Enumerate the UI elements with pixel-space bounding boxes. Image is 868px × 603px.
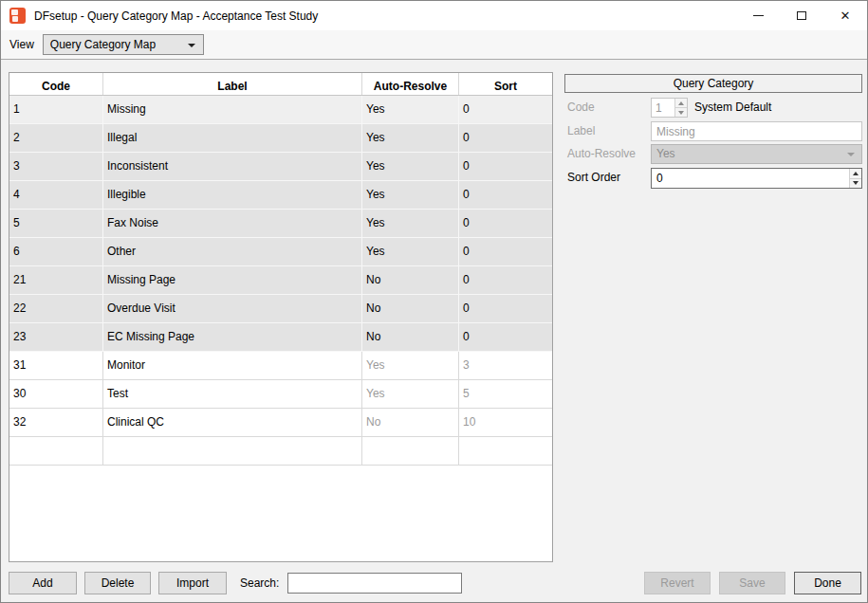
cell-sort: 0 <box>459 210 552 238</box>
table-row[interactable]: 4IllegibleYes0 <box>9 181 552 210</box>
sort-order-input[interactable] <box>652 169 849 188</box>
table-row[interactable]: 5Fax NoiseYes0 <box>9 210 552 238</box>
spin-down-icon <box>853 181 859 185</box>
table-row[interactable]: 1MissingYes0 <box>9 96 552 124</box>
cell-code: 1 <box>9 96 103 124</box>
column-header-label[interactable]: Label <box>103 73 362 95</box>
table-header: Code Label Auto-Resolve ^ Sort <box>9 73 552 96</box>
view-dropdown-value: Query Category Map <box>50 38 156 51</box>
query-category-table: Code Label Auto-Resolve ^ Sort 1MissingY… <box>9 72 553 562</box>
cell-label: Missing <box>103 96 362 124</box>
close-button[interactable]: ✕ <box>823 1 867 30</box>
cell-sort: 3 <box>459 352 552 380</box>
cell-code: 4 <box>9 181 103 210</box>
cell-auto-resolve: Yes <box>362 124 459 153</box>
table-row[interactable]: 32Clinical QCNo10 <box>9 409 552 437</box>
cell-sort: 0 <box>459 295 552 323</box>
spin-down-icon <box>678 111 684 115</box>
table-row[interactable]: 31MonitorYes3 <box>9 352 552 380</box>
sort-order-spin-up-button[interactable] <box>850 169 861 178</box>
cell-sort <box>459 437 552 466</box>
cell-auto-resolve: Yes <box>362 238 459 266</box>
sort-ascending-icon: ^ <box>504 73 508 78</box>
cell-auto-resolve: No <box>362 266 459 295</box>
minimize-button[interactable] <box>736 1 780 30</box>
table-body: 1MissingYes02IllegalYes03InconsistentYes… <box>9 96 552 466</box>
cell-sort: 0 <box>459 238 552 266</box>
cell-auto-resolve: Yes <box>362 181 459 210</box>
spin-up-icon <box>678 101 684 105</box>
main-area: Code Label Auto-Resolve ^ Sort 1MissingY… <box>1 61 867 602</box>
cell-label: Missing Page <box>103 266 362 295</box>
table-row[interactable]: 3InconsistentYes0 <box>9 153 552 181</box>
cell-sort: 5 <box>459 380 552 409</box>
cell-sort: 0 <box>459 153 552 181</box>
table-row[interactable]: 2IllegalYes0 <box>9 124 552 153</box>
cell-label: Illegible <box>103 181 362 210</box>
cell-code: 6 <box>9 238 103 266</box>
revert-button[interactable]: Revert <box>644 572 711 594</box>
cell-sort: 0 <box>459 124 552 153</box>
cell-auto-resolve <box>362 437 459 466</box>
cell-auto-resolve: Yes <box>362 153 459 181</box>
cell-code: 21 <box>9 266 103 295</box>
cell-label: Test <box>103 380 362 409</box>
import-button[interactable]: Import <box>158 572 227 594</box>
save-button[interactable]: Save <box>719 572 785 594</box>
cell-sort: 0 <box>459 181 552 210</box>
cell-code: 2 <box>9 124 103 153</box>
sort-order-spinbox <box>651 168 862 189</box>
dfsetup-app-icon <box>9 8 26 24</box>
cell-label: Clinical QC <box>103 409 362 437</box>
cell-code: 31 <box>9 352 103 380</box>
cell-auto-resolve: No <box>362 409 459 437</box>
add-button[interactable]: Add <box>9 572 77 594</box>
maximize-button[interactable] <box>780 1 823 30</box>
view-dropdown[interactable]: Query Category Map <box>43 34 204 55</box>
cell-code: 32 <box>9 409 103 437</box>
search-label: Search: <box>240 572 279 594</box>
cell-label <box>103 437 362 466</box>
auto-resolve-dropdown[interactable]: Yes <box>651 144 862 164</box>
cell-sort: 0 <box>459 323 552 352</box>
table-row[interactable]: 23EC Missing PageNo0 <box>9 323 552 352</box>
maximize-icon <box>797 11 806 20</box>
code-spin-down-button[interactable] <box>675 107 687 117</box>
search-input[interactable] <box>287 573 462 594</box>
cell-code: 23 <box>9 323 103 352</box>
view-toolbar: View Query Category Map <box>1 30 867 60</box>
column-header-sort[interactable]: ^ Sort <box>459 73 552 95</box>
cell-auto-resolve: No <box>362 323 459 352</box>
cell-sort: 10 <box>459 409 552 437</box>
system-default-label: System Default <box>694 98 771 118</box>
table-row[interactable]: 6OtherYes0 <box>9 238 552 266</box>
table-row[interactable]: 21Missing PageNo0 <box>9 266 552 295</box>
table-row[interactable]: 30TestYes5 <box>9 380 552 409</box>
cell-auto-resolve: Yes <box>362 380 459 409</box>
cell-auto-resolve: Yes <box>362 210 459 238</box>
label-input[interactable] <box>651 121 862 141</box>
delete-button[interactable]: Delete <box>84 572 151 594</box>
column-header-auto-resolve[interactable]: Auto-Resolve <box>362 73 459 95</box>
cell-auto-resolve: Yes <box>362 352 459 380</box>
column-header-code[interactable]: Code <box>9 73 103 95</box>
view-label: View <box>9 38 34 51</box>
table-row-empty[interactable] <box>9 437 552 466</box>
code-spin-up-button[interactable] <box>675 99 687 107</box>
title-bar: DFsetup - Query Category Map - Acceptanc… <box>1 1 867 30</box>
cell-code <box>9 437 103 466</box>
done-button[interactable]: Done <box>794 572 861 594</box>
cell-sort: 0 <box>459 266 552 295</box>
cell-code: 5 <box>9 210 103 238</box>
code-spinbox <box>651 98 688 118</box>
chevron-down-icon <box>847 153 855 156</box>
cell-label: Overdue Visit <box>103 295 362 323</box>
table-row[interactable]: 22Overdue VisitNo0 <box>9 295 552 323</box>
cell-label: Fax Noise <box>103 210 362 238</box>
sort-order-field-label: Sort Order <box>567 168 620 188</box>
sort-order-spin-down-button[interactable] <box>850 178 861 189</box>
code-input[interactable] <box>652 99 674 117</box>
cell-code: 30 <box>9 380 103 409</box>
chevron-down-icon <box>188 44 195 47</box>
spin-up-icon <box>853 172 859 175</box>
